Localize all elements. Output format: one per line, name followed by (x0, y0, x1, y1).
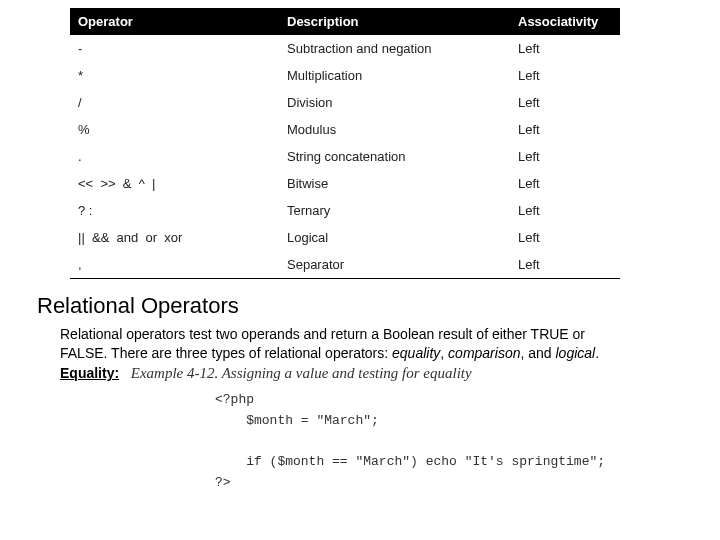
cell-op: . (70, 143, 279, 170)
cell-desc: Modulus (279, 116, 510, 143)
table-row: *MultiplicationLeft (70, 62, 620, 89)
table-row: .String concatenationLeft (70, 143, 620, 170)
cell-desc: Separator (279, 251, 510, 279)
cell-op: / (70, 89, 279, 116)
cell-desc: Bitwise (279, 170, 510, 197)
cell-assoc: Left (510, 62, 620, 89)
cell-op: << >> & ^ | (70, 170, 279, 197)
cell-desc: Subtraction and negation (279, 35, 510, 62)
cell-assoc: Left (510, 89, 620, 116)
cell-assoc: Left (510, 116, 620, 143)
cell-assoc: Left (510, 224, 620, 251)
table-row: ? :TernaryLeft (70, 197, 620, 224)
equality-label: Equality: (60, 365, 119, 381)
cell-op: - (70, 35, 279, 62)
table-row: %ModulusLeft (70, 116, 620, 143)
cell-desc: String concatenation (279, 143, 510, 170)
cell-assoc: Left (510, 251, 620, 279)
table-row: || && and or xorLogicalLeft (70, 224, 620, 251)
table-row: /DivisionLeft (70, 89, 620, 116)
code-block: <?php $month = "March"; if ($month == "M… (215, 390, 675, 494)
cell-assoc: Left (510, 35, 620, 62)
cell-assoc: Left (510, 197, 620, 224)
em-comparison: comparison (448, 345, 520, 361)
operator-table: Operator Description Associativity -Subt… (70, 8, 620, 279)
col-associativity: Associativity (510, 8, 620, 35)
cell-desc: Multiplication (279, 62, 510, 89)
em-logical: logical (556, 345, 596, 361)
col-description: Description (279, 8, 510, 35)
em-equality: equality (392, 345, 440, 361)
col-operator: Operator (70, 8, 279, 35)
cell-desc: Division (279, 89, 510, 116)
cell-op: * (70, 62, 279, 89)
cell-op: || && and or xor (70, 224, 279, 251)
table-row: ,SeparatorLeft (70, 251, 620, 279)
cell-desc: Ternary (279, 197, 510, 224)
table-row: << >> & ^ |BitwiseLeft (70, 170, 620, 197)
example-caption: Example 4-12. Assigning a value and test… (131, 365, 472, 382)
cell-assoc: Left (510, 170, 620, 197)
cell-assoc: Left (510, 143, 620, 170)
cell-op: % (70, 116, 279, 143)
section-paragraph: Relational operators test two operands a… (60, 325, 620, 363)
section-heading: Relational Operators (37, 293, 675, 319)
cell-op: ? : (70, 197, 279, 224)
table-row: -Subtraction and negationLeft (70, 35, 620, 62)
cell-desc: Logical (279, 224, 510, 251)
cell-op: , (70, 251, 279, 279)
